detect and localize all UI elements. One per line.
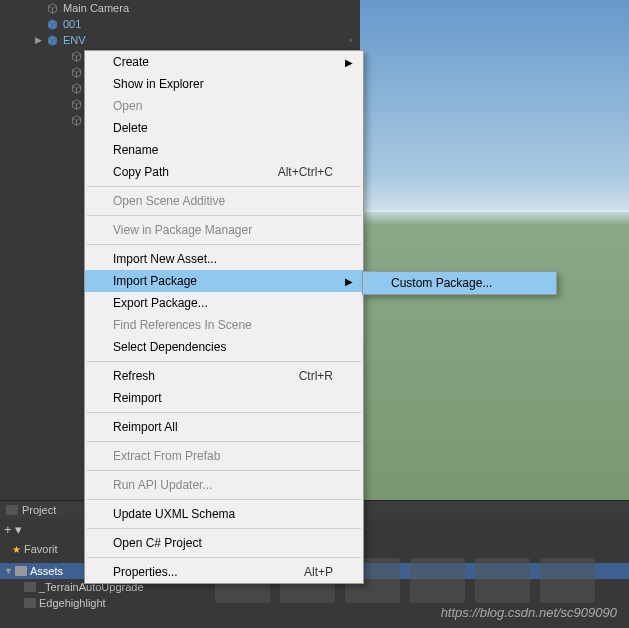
menu-item-open: Open [85,95,363,117]
hierarchy-item[interactable]: ▶ ENV › [0,32,360,48]
gameobject-icon [69,113,83,127]
menu-item-properties[interactable]: Properties...Alt+P [85,561,363,583]
hierarchy-item-label: 001 [63,18,81,30]
menu-separator [87,441,361,442]
menu-item-copy-path[interactable]: Copy PathAlt+Ctrl+C [85,161,363,183]
menu-separator [87,470,361,471]
menu-item-show-in-explorer[interactable]: Show in Explorer [85,73,363,95]
menu-item-refresh[interactable]: RefreshCtrl+R [85,365,363,387]
menu-item-label: Rename [113,143,158,157]
menu-item-label: Reimport All [113,420,178,434]
submenu-arrow-icon: ▶ [345,276,353,287]
folder-icon [24,598,36,608]
menu-item-label: Refresh [113,369,155,383]
horizon-line [360,210,629,212]
menu-separator [87,361,361,362]
menu-item-view-in-package-manager: View in Package Manager [85,219,363,241]
menu-separator [87,412,361,413]
chevron-right-icon[interactable]: › [349,35,352,45]
menu-item-find-references-in-scene: Find References In Scene [85,314,363,336]
menu-item-label: Update UXML Schema [113,507,235,521]
menu-item-update-uxml-schema[interactable]: Update UXML Schema [85,503,363,525]
prefab-icon [45,33,59,47]
menu-item-label: Delete [113,121,148,135]
menu-item-delete[interactable]: Delete [85,117,363,139]
menu-item-reimport[interactable]: Reimport [85,387,363,409]
menu-item-reimport-all[interactable]: Reimport All [85,416,363,438]
hierarchy-item-label: ENV [63,34,86,46]
gameobject-icon [69,97,83,111]
menu-item-label: Properties... [113,565,178,579]
menu-item-label: Import New Asset... [113,252,217,266]
menu-separator [87,215,361,216]
folder-icon [15,566,27,576]
menu-item-run-api-updater: Run API Updater... [85,474,363,496]
menu-item-import-new-asset[interactable]: Import New Asset... [85,248,363,270]
menu-separator [87,186,361,187]
menu-item-label: Run API Updater... [113,478,212,492]
folder-icon [6,505,18,515]
folder-icon [24,582,36,592]
gameobject-icon [69,81,83,95]
menu-item-label: Import Package [113,274,197,288]
menu-item-open-scene-additive: Open Scene Additive [85,190,363,212]
menu-item-label: Open C# Project [113,536,202,550]
asset-folder-thumb[interactable] [540,558,595,603]
gameobject-icon [45,1,59,15]
folder-label: Edgehighlight [39,597,106,609]
menu-item-create[interactable]: Create▶ [85,51,363,73]
menu-item-label: Copy Path [113,165,169,179]
expand-arrow-icon[interactable]: ▶ [35,35,42,45]
project-tab-label: Project [22,504,56,516]
menu-shortcut: Alt+P [304,565,333,579]
prefab-icon [45,17,59,31]
context-menu: Create▶Show in ExplorerOpenDeleteRenameC… [84,50,364,584]
menu-item-label: Select Dependencies [113,340,226,354]
star-icon: ★ [12,544,21,555]
menu-item-label: Create [113,55,149,69]
menu-item-label: Open [113,99,142,113]
hierarchy-item[interactable]: Main Camera [0,0,360,16]
menu-item-import-package[interactable]: Import Package▶ [85,270,363,292]
import-package-submenu: Custom Package... [362,271,557,295]
add-button[interactable]: + ▾ [4,522,22,537]
menu-item-label: Open Scene Additive [113,194,225,208]
menu-item-label: Extract From Prefab [113,449,220,463]
menu-item-open-c-project[interactable]: Open C# Project [85,532,363,554]
menu-item-label: Reimport [113,391,162,405]
menu-item-rename[interactable]: Rename [85,139,363,161]
menu-item-label: Export Package... [113,296,208,310]
asset-folder-thumb[interactable] [475,558,530,603]
menu-item-label: Find References In Scene [113,318,252,332]
menu-separator [87,499,361,500]
menu-separator [87,244,361,245]
menu-shortcut: Ctrl+R [299,369,333,383]
hierarchy-item-label: Main Camera [63,2,129,14]
menu-separator [87,557,361,558]
expand-arrow-icon[interactable]: ▼ [4,566,12,576]
menu-separator [87,528,361,529]
menu-shortcut: Alt+Ctrl+C [278,165,333,179]
watermark: https://blog.csdn.net/sc909090 [441,605,617,620]
menu-item-select-dependencies[interactable]: Select Dependencies [85,336,363,358]
gameobject-icon [69,49,83,63]
menu-item-label: View in Package Manager [113,223,252,237]
scene-viewport[interactable] [360,0,629,500]
assets-label: Assets [30,565,63,577]
hierarchy-item[interactable]: 001 [0,16,360,32]
favorites-label: Favorit [24,543,58,555]
menu-item-export-package[interactable]: Export Package... [85,292,363,314]
menu-item-label: Show in Explorer [113,77,204,91]
gameobject-icon [69,65,83,79]
menu-item-custom-package[interactable]: Custom Package... [363,272,556,294]
menu-item-extract-from-prefab: Extract From Prefab [85,445,363,467]
submenu-arrow-icon: ▶ [345,57,353,68]
asset-folder-thumb[interactable] [410,558,465,603]
